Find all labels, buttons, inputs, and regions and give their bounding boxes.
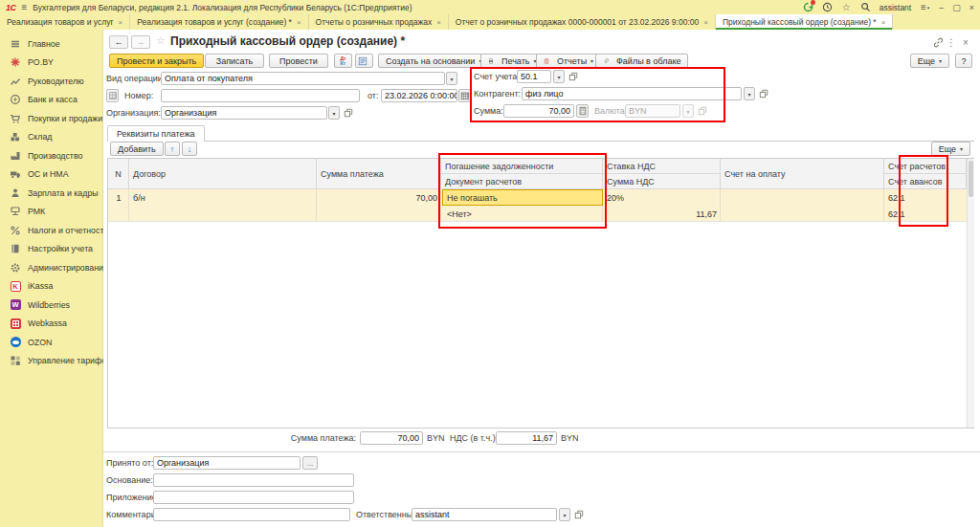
account-input[interactable]: 50.1 xyxy=(517,70,551,83)
cell-invoice[interactable] xyxy=(721,189,884,206)
counterparty-input[interactable]: физ лицо xyxy=(522,87,742,100)
column-header-advance-account[interactable]: Счет авансов xyxy=(884,174,967,189)
print-button[interactable]: Печать xyxy=(480,54,545,68)
column-header-payment-amount[interactable]: Сумма платежа xyxy=(317,159,441,189)
add-row-button[interactable]: Добавить xyxy=(110,142,164,156)
minimize-button[interactable]: – xyxy=(939,3,944,12)
favorite-star-icon[interactable]: ☆ xyxy=(156,34,166,47)
create-based-on-button[interactable]: Создать на основании xyxy=(378,54,489,68)
close-window-button[interactable]: × xyxy=(969,3,974,12)
sidebar-item-os-nma[interactable]: ОС и НМА xyxy=(0,165,102,185)
sidebar-item-ikassa[interactable]: KiKassa xyxy=(0,277,102,296)
history-icon[interactable] xyxy=(822,2,833,12)
sidebar-item-ozon[interactable]: OZON xyxy=(0,333,102,352)
organization-dropdown-icon[interactable] xyxy=(328,106,340,120)
cell-vat-rate[interactable]: 20% xyxy=(603,189,721,206)
amount-input[interactable]: 70,00 xyxy=(503,104,574,118)
sidebar-item-zarplata-kadry[interactable]: Зарплата и кадры xyxy=(0,184,102,203)
column-header-vat-amount[interactable]: Сумма НДС xyxy=(603,174,721,189)
tab-retail-reports[interactable]: Отчеты о розничных продажах× xyxy=(309,14,449,30)
move-up-icon[interactable]: ↑ xyxy=(165,142,180,156)
vertical-scrollbar[interactable] xyxy=(967,159,974,428)
cell-contract[interactable]: б/н xyxy=(129,189,317,206)
table-more-button[interactable]: Еще xyxy=(931,142,970,156)
column-header-n[interactable]: N xyxy=(108,159,129,189)
notifications-icon[interactable] xyxy=(803,2,813,12)
tab-payment-details[interactable]: Реквизиты платежа xyxy=(107,125,205,142)
column-header-debt-repayment[interactable]: Погашение задолженности xyxy=(441,159,603,174)
tab-retail-report-doc[interactable]: Отчет о розничных продажах 0000-000001 о… xyxy=(449,14,716,30)
sidebar-item-sklad[interactable]: Склад xyxy=(0,128,102,147)
reports-button[interactable]: Отчеты xyxy=(536,54,601,68)
number-settings-icon[interactable] xyxy=(106,89,119,102)
favorites-icon[interactable]: ☆ xyxy=(841,2,852,12)
form-more-button[interactable]: Еще xyxy=(910,54,949,68)
sidebar-item-proizvodstvo[interactable]: Производство xyxy=(0,146,102,165)
responsible-open-icon[interactable] xyxy=(573,508,585,520)
cell-payment-amount[interactable]: 70,00 xyxy=(317,189,441,206)
operation-select[interactable]: Оплата от покупателя xyxy=(161,72,445,85)
service-menu-icon[interactable]: ≡▾ xyxy=(920,2,930,12)
tab-sales-new[interactable]: Реализация товаров и услуг (создание) *× xyxy=(130,14,308,30)
cell-settlement-account[interactable]: 62.1 xyxy=(884,189,967,206)
sidebar-item-glavnoe[interactable]: Главное xyxy=(0,34,102,54)
counterparty-open-icon[interactable] xyxy=(758,87,769,99)
organization-select[interactable]: Организация xyxy=(161,106,327,120)
sidebar-item-administrirovanie[interactable]: Администрирование xyxy=(0,258,102,277)
accepted-from-choose-button[interactable]: ... xyxy=(302,456,318,470)
cell-n[interactable]: 1 xyxy=(108,189,129,206)
post-button[interactable]: Провести xyxy=(269,54,328,68)
counterparty-dropdown-icon[interactable] xyxy=(744,87,755,100)
close-form-icon[interactable]: × xyxy=(959,36,972,48)
total-vat-value[interactable]: 11,67 xyxy=(496,431,557,445)
help-button[interactable]: ? xyxy=(955,54,972,68)
show-postings-icon[interactable]: ДтКт xyxy=(334,54,352,68)
sidebar-item-pokupki-prodazhi[interactable]: Покупки и продажи xyxy=(0,109,102,128)
tab-cash-order-new[interactable]: Приходный кассовый ордер (создание) *× xyxy=(716,14,893,30)
sidebar-item-rmk[interactable]: РМК xyxy=(0,203,102,222)
tab-close-icon[interactable]: × xyxy=(703,18,708,27)
document-structure-icon[interactable] xyxy=(355,54,373,68)
attachment-input[interactable] xyxy=(153,491,354,504)
organization-open-icon[interactable] xyxy=(343,106,354,119)
cloud-files-button[interactable]: Файлы в облаке xyxy=(595,54,688,68)
sidebar-item-poby[interactable]: PO.BY xyxy=(0,54,102,73)
calendar-icon[interactable] xyxy=(458,89,471,102)
number-input[interactable] xyxy=(161,89,360,102)
tab-close-icon[interactable]: × xyxy=(119,18,123,27)
search-icon[interactable] xyxy=(860,2,871,12)
cell-advance-account[interactable]: 62.1 xyxy=(884,206,967,222)
sidebar-item-wildberries[interactable]: WWildberries xyxy=(0,296,102,315)
responsible-input[interactable]: assistant xyxy=(412,508,557,521)
tab-close-icon[interactable]: × xyxy=(436,18,441,27)
main-menu-icon[interactable]: ≡ xyxy=(22,2,28,12)
column-header-vat-rate[interactable]: Ставка НДС xyxy=(603,159,721,174)
cell-debt-repayment[interactable]: Не погашать xyxy=(443,189,601,206)
post-and-close-button[interactable]: Провести и закрыть xyxy=(109,54,204,68)
write-button[interactable]: Записать xyxy=(205,54,264,68)
sidebar-item-nalogi[interactable]: Налоги и отчетность xyxy=(0,221,102,240)
cell-vat-amount[interactable]: 11,67 xyxy=(603,206,721,222)
basis-input[interactable] xyxy=(153,473,354,487)
accepted-from-input[interactable]: Организация xyxy=(153,456,301,470)
sidebar-item-upravlenie-tarifom[interactable]: Управление тарифом xyxy=(0,352,102,371)
maximize-button[interactable]: ▢ xyxy=(952,3,961,12)
sidebar-item-nastroyki-ucheta[interactable]: Настройки учета xyxy=(0,240,102,259)
column-header-settlement-doc[interactable]: Документ расчетов xyxy=(441,174,603,189)
sidebar-item-rukovoditelyu[interactable]: Руководителю xyxy=(0,72,102,91)
tab-sales-list[interactable]: Реализация товаров и услуг× xyxy=(0,14,130,30)
current-user[interactable]: assistant xyxy=(880,3,912,12)
comment-input[interactable] xyxy=(153,508,350,521)
scrollbar-thumb[interactable] xyxy=(969,161,973,197)
forward-icon[interactable]: → xyxy=(131,35,150,49)
sidebar-item-bank-kassa[interactable]: Банк и касса xyxy=(0,91,102,110)
total-payment-value[interactable]: 70,00 xyxy=(360,431,423,445)
sidebar-item-webkassa[interactable]: Webkassa xyxy=(0,315,102,334)
column-header-contract[interactable]: Договор xyxy=(129,159,317,189)
account-open-icon[interactable] xyxy=(568,70,579,82)
back-icon[interactable]: ← xyxy=(109,35,128,49)
move-down-icon[interactable]: ↓ xyxy=(182,142,197,156)
column-header-settlement-account[interactable]: Счет расчетов xyxy=(884,159,967,174)
date-input[interactable]: 23.02.2026 0:00:00 xyxy=(381,89,457,102)
more-actions-icon[interactable]: ⋮ xyxy=(945,36,958,48)
